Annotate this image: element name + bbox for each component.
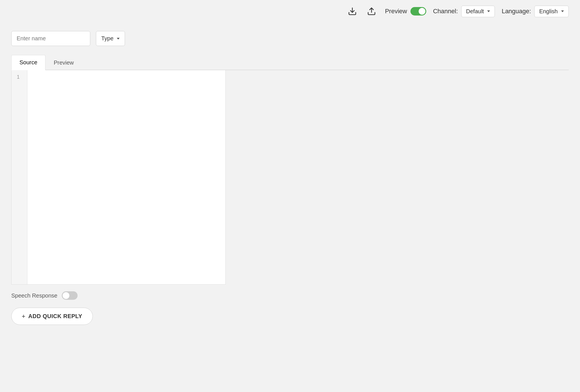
toolbar: Preview Channel: Default Language: Engli… [0, 0, 580, 23]
tab-source[interactable]: Source [11, 55, 45, 70]
line-numbers: 1 [12, 70, 27, 284]
type-dropdown[interactable]: Type [96, 31, 125, 46]
add-quick-reply-button[interactable]: + ADD QUICK REPLY [11, 308, 93, 325]
channel-value: Default [466, 8, 484, 15]
name-input[interactable] [11, 31, 90, 46]
speech-response-row: Speech Response [11, 291, 569, 300]
tabs-container: Source Preview [11, 54, 569, 70]
language-label: Language: [502, 8, 531, 15]
type-chevron-icon [117, 38, 120, 39]
toolbar-icons [346, 5, 378, 18]
preview-label: Preview [385, 8, 407, 15]
language-chevron-icon [561, 10, 564, 12]
tab-preview-label: Preview [54, 60, 74, 66]
preview-toggle-area: Preview [385, 7, 426, 16]
add-quick-reply-label: ADD QUICK REPLY [28, 313, 82, 320]
language-value: English [539, 8, 558, 15]
tab-preview[interactable]: Preview [45, 55, 82, 70]
preview-toggle-slider [410, 7, 426, 16]
name-type-row: Type [11, 31, 569, 46]
upload-button[interactable] [365, 5, 378, 18]
tab-source-label: Source [19, 59, 37, 65]
channel-chevron-icon [487, 10, 490, 12]
speech-response-toggle-slider [62, 291, 78, 300]
speech-response-label: Speech Response [11, 292, 57, 299]
speech-response-toggle[interactable] [62, 291, 78, 300]
editor-textarea[interactable] [27, 70, 225, 284]
channel-label: Channel: [433, 8, 458, 15]
channel-dropdown[interactable]: Default [461, 6, 495, 17]
preview-toggle[interactable] [410, 7, 426, 16]
download-button[interactable] [346, 5, 359, 18]
language-area: Language: English [502, 6, 569, 17]
type-label: Type [101, 35, 113, 42]
language-dropdown[interactable]: English [534, 6, 569, 17]
add-quick-reply-plus-icon: + [22, 313, 25, 320]
editor-wrapper: 1 [11, 70, 226, 285]
line-number-1: 1 [12, 73, 27, 81]
main-content: Type Source Preview 1 Speech Response + … [0, 23, 580, 392]
channel-area: Channel: Default [433, 6, 495, 17]
